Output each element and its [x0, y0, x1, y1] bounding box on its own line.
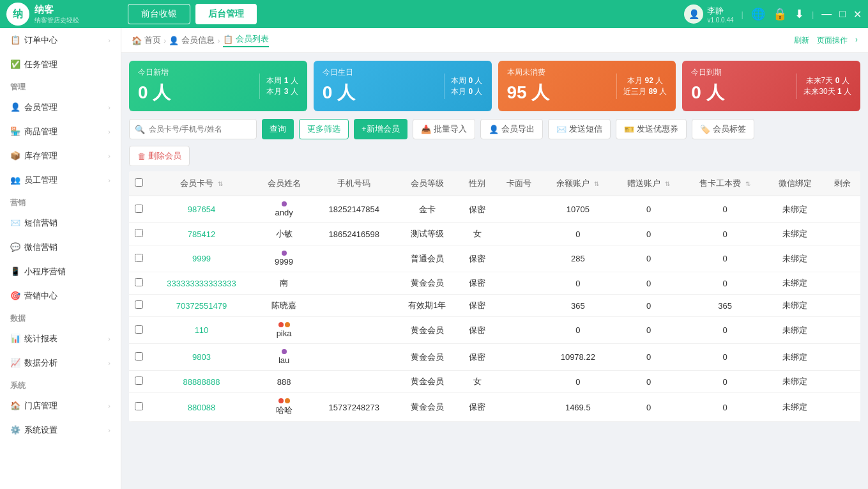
tab-frontend[interactable]: 前台收银: [128, 4, 190, 24]
member-name-cell: 888: [255, 371, 313, 393]
member-balance: 0: [542, 223, 613, 245]
table-row: 785412 小敏 18652416598 测试等级 女 0 0 0 未绑定: [129, 223, 860, 245]
member-cost: 0: [684, 245, 766, 272]
no-consume-value: 95 人: [507, 81, 611, 105]
search-box[interactable]: 🔍: [129, 119, 257, 139]
user-avatar: 👤: [684, 4, 703, 24]
row-checkbox[interactable]: [135, 254, 143, 262]
member-balance: 285: [542, 245, 613, 272]
member-phone: 15737248273: [313, 393, 395, 422]
member-card-id[interactable]: 70372551479: [176, 301, 227, 311]
member-card-id[interactable]: 785412: [188, 229, 215, 239]
member-card-id[interactable]: 880088: [188, 403, 215, 412]
col-balance: 余额账户 ⇅: [542, 171, 613, 196]
member-wechat: 未绑定: [766, 295, 824, 317]
sidebar-item-stats-report[interactable]: 📊统计报表 ›: [0, 327, 121, 351]
sidebar-item-inventory-mgmt[interactable]: 📦库存管理 ›: [0, 144, 121, 168]
chevron-right-icon: ›: [108, 128, 110, 136]
member-level: 普通会员: [395, 245, 459, 272]
refresh-button[interactable]: 刷新: [794, 35, 809, 46]
tag-icon: 🏷️: [700, 125, 710, 134]
select-all-checkbox[interactable]: [135, 178, 143, 187]
member-balance: 365: [542, 295, 613, 317]
member-card-id[interactable]: 987654: [188, 205, 215, 214]
no-consume-month-stat: 本月 92 人: [623, 75, 667, 86]
member-wechat: 未绑定: [766, 196, 824, 223]
member-card-id[interactable]: 333333333333333: [167, 279, 236, 288]
sidebar-item-task-mgmt[interactable]: ✅任务管理: [0, 52, 121, 77]
new-today-value: 0 人: [138, 81, 253, 105]
col-gender: 性别: [459, 171, 495, 196]
member-remain: [825, 196, 860, 223]
add-member-button[interactable]: +新增会员: [354, 119, 407, 139]
tab-backend[interactable]: 后台管理: [195, 4, 257, 24]
member-card-id[interactable]: 88888888: [183, 377, 220, 387]
member-phone: [313, 295, 395, 317]
download-icon[interactable]: ⬇: [795, 7, 804, 21]
row-checkbox[interactable]: [135, 205, 143, 213]
sidebar-section-mgmt: 管理: [0, 77, 121, 95]
globe-icon[interactable]: 🌐: [751, 7, 765, 21]
sidebar-item-sms-marketing[interactable]: ✉️短信营销: [0, 211, 121, 235]
query-button[interactable]: 查询: [262, 119, 294, 139]
member-cost: 0: [684, 371, 766, 393]
close-button[interactable]: ✕: [853, 8, 862, 20]
row-checkbox[interactable]: [135, 229, 143, 237]
col-level: 会员等级: [395, 171, 459, 196]
sidebar-item-sys-settings[interactable]: ⚙️系统设置 ›: [0, 418, 121, 442]
page-op-button[interactable]: 页面操作: [817, 35, 848, 46]
member-cost: 0: [684, 317, 766, 344]
no-consume-label: 本周未消费: [507, 67, 611, 78]
member-tag-button[interactable]: 🏷️ 会员标签: [692, 119, 754, 139]
member-card-id[interactable]: 9803: [192, 352, 211, 362]
minimize-button[interactable]: —: [821, 8, 832, 20]
maximize-button[interactable]: □: [839, 8, 846, 20]
sidebar-item-miniapp-marketing[interactable]: 📱小程序营销: [0, 260, 121, 284]
breadcrumb-member-list[interactable]: 📋会员列表: [223, 33, 269, 47]
breadcrumb-home[interactable]: 🏠首页: [132, 35, 161, 46]
app-logo: 纳 纳客 纳客管店史轻松: [6, 3, 128, 26]
member-card-id[interactable]: 110: [195, 325, 209, 335]
sidebar-item-wechat-marketing[interactable]: 💬微信营销: [0, 235, 121, 260]
member-phone: 18252147854: [313, 196, 395, 223]
search-input[interactable]: [149, 125, 251, 134]
member-card-id[interactable]: 9999: [192, 254, 211, 263]
col-card-face: 卡面号: [496, 171, 543, 196]
sidebar-item-marketing-center[interactable]: 🎯营销中心: [0, 284, 121, 308]
sidebar-item-data-analysis[interactable]: 📈数据分析 ›: [0, 351, 121, 375]
member-gender: 保密: [459, 196, 495, 223]
member-name-cell: 哈哈: [255, 393, 313, 422]
row-checkbox[interactable]: [135, 352, 143, 361]
birthday-week-stat: 本周 0 人: [451, 75, 482, 86]
breadcrumb-expand-icon[interactable]: ›: [855, 35, 858, 46]
member-cost: 0: [684, 223, 766, 245]
member-level: 黄金会员: [395, 317, 459, 344]
breadcrumb-member-info[interactable]: 👤会员信息: [169, 35, 215, 46]
member-balance: 0: [542, 317, 613, 344]
more-filter-button[interactable]: 更多筛选: [299, 119, 349, 139]
member-remain: [825, 272, 860, 295]
send-coupon-button[interactable]: 🎫 发送优惠券: [616, 119, 687, 139]
col-phone: 手机号码: [313, 171, 395, 196]
sidebar-item-order-center[interactable]: 📋订单中心 ›: [0, 28, 121, 52]
sidebar-item-goods-mgmt[interactable]: 🏪商品管理 ›: [0, 120, 121, 144]
export-button[interactable]: 👤 会员导出: [480, 119, 543, 139]
lock-icon[interactable]: 🔒: [773, 7, 787, 21]
delete-member-button[interactable]: 🗑 删除会员: [129, 146, 190, 166]
col-gift: 赠送账户 ⇅: [613, 171, 684, 196]
row-checkbox[interactable]: [135, 278, 143, 286]
expire-label: 今日到期: [691, 67, 790, 78]
row-checkbox[interactable]: [135, 300, 143, 309]
sidebar-item-store-mgmt[interactable]: 🏠门店管理 ›: [0, 394, 121, 418]
row-checkbox[interactable]: [135, 376, 143, 385]
member-gift: 0: [613, 371, 684, 393]
sidebar-item-member-mgmt[interactable]: 👤会员管理 ›: [0, 95, 121, 120]
breadcrumb-actions: 刷新 页面操作 ›: [794, 35, 858, 46]
row-checkbox[interactable]: [135, 402, 143, 410]
batch-import-button[interactable]: 📥 批量导入: [413, 119, 475, 139]
send-sms-button[interactable]: ✉️ 发送短信: [548, 119, 611, 139]
sidebar-item-staff-mgmt[interactable]: 👥员工管理 ›: [0, 168, 121, 192]
member-remain: [825, 371, 860, 393]
table-row: 88888888 888 黄金会员 女 0 0 0 未绑定: [129, 371, 860, 393]
row-checkbox[interactable]: [135, 325, 143, 334]
